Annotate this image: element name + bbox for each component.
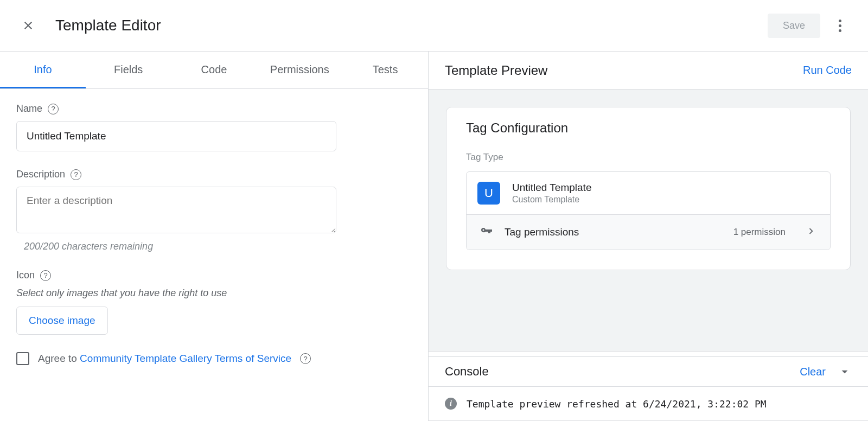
tab-tests[interactable]: Tests [342,52,428,88]
tab-permissions[interactable]: Permissions [257,52,342,88]
card-title: Tag Configuration [466,120,831,136]
choose-image-button[interactable]: Choose image [16,307,108,335]
tag-name: Untitled Template [512,182,591,194]
header-bar: Template Editor Save [0,0,868,52]
tag-type-label: Tag Type [466,152,831,163]
tab-info[interactable]: Info [0,52,86,88]
tab-fields[interactable]: Fields [86,52,171,88]
console-clear-button[interactable]: Clear [800,366,826,378]
console-log-line: i Template preview refreshed at 6/24/202… [429,387,868,421]
console-expand-button[interactable] [838,365,852,379]
console-title: Console [445,365,489,379]
permissions-count: 1 permission [733,227,786,238]
chevron-right-icon [805,225,817,239]
terms-of-service-link[interactable]: Community Template Gallery Terms of Serv… [80,353,291,364]
tag-permissions-row[interactable]: Tag permissions 1 permission [467,214,830,250]
help-icon[interactable]: ? [71,169,81,180]
info-icon: i [445,398,457,410]
tag-subtitle: Custom Template [512,195,591,205]
tabs-bar: Info Fields Code Permissions Tests [0,52,428,89]
preview-pane: Template Preview Run Code Tag Configurat… [429,52,868,421]
save-button[interactable]: Save [768,14,820,38]
more-menu-button[interactable] [828,14,852,37]
help-icon[interactable]: ? [48,104,59,114]
tag-avatar: U [477,182,500,205]
run-code-button[interactable]: Run Code [803,64,852,76]
page-title: Template Editor [55,17,161,34]
editor-pane: Info Fields Code Permissions Tests Name … [0,52,429,421]
agree-checkbox[interactable] [16,352,29,365]
icon-label: Icon [16,270,35,281]
tag-configuration-card: Tag Configuration Tag Type U Untitled Te… [446,107,851,270]
agree-prefix: Agree to [38,353,77,364]
description-label: Description [16,169,65,180]
help-icon[interactable]: ? [40,270,51,281]
icon-hint: Select only images that you have the rig… [16,288,412,299]
help-icon[interactable]: ? [300,353,311,364]
key-icon [480,225,493,240]
chevron-down-icon [838,365,852,379]
close-button[interactable] [16,14,40,37]
name-input[interactable] [16,121,336,151]
tab-code[interactable]: Code [171,52,257,88]
more-vert-icon [839,20,841,32]
tag-type-row[interactable]: U Untitled Template Custom Template [467,172,830,214]
permissions-label: Tag permissions [505,226,722,238]
character-counter: 200/200 characters remaining [24,241,412,252]
console-message: Template preview refreshed at 6/24/2021,… [467,398,767,410]
console-header: Console Clear [429,356,868,387]
close-icon [22,19,35,32]
preview-title: Template Preview [445,63,547,78]
name-label: Name [16,103,42,114]
description-textarea[interactable] [16,187,336,233]
